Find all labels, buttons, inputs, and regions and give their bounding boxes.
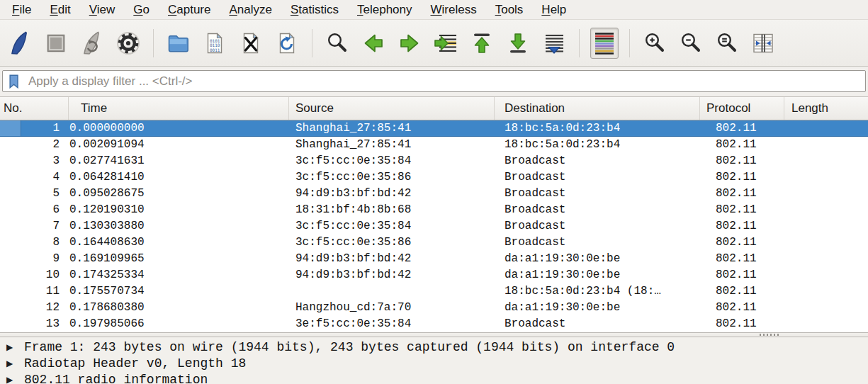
auto-scroll-button[interactable] (540, 28, 568, 59)
packet-row[interactable]: 130.1979850663e:f5:cc:0e:35:84Broadcast8… (0, 316, 868, 332)
menu-item-wireless[interactable]: Wireless (422, 0, 486, 19)
column-header-length[interactable]: Length (784, 97, 868, 120)
cell-source: 94:d9:b3:bf:bd:42 (289, 267, 495, 283)
colorize-button[interactable] (590, 28, 619, 59)
go-forward-button[interactable] (395, 28, 424, 59)
menu-item-analyze[interactable]: Analyze (220, 0, 281, 19)
cell-protocol: 802.11 (700, 153, 784, 169)
cell-protocol: 802.11 (700, 283, 784, 300)
display-filter-input[interactable] (28, 72, 865, 91)
open-file-icon (166, 30, 191, 56)
cell-source (289, 283, 495, 300)
packet-row[interactable]: 30.0277416313c:f5:cc:0e:35:84Broadcast80… (0, 153, 868, 169)
go-forward-icon (397, 30, 422, 56)
cell-time: 0.002091094 (69, 137, 289, 153)
packet-row[interactable]: 60.12019031018:31:bf:4b:8b:68Broadcast80… (0, 202, 868, 218)
divider-grip-icon[interactable] (760, 334, 779, 336)
menu-item-statistics[interactable]: Statistics (281, 0, 348, 19)
save-file-button[interactable]: 010101100011 (201, 28, 229, 59)
start-capture-icon (7, 30, 33, 56)
start-capture-button[interactable] (6, 28, 34, 59)
cell-no: 13 (0, 316, 69, 332)
main-toolbar: 010101100011 (0, 20, 868, 67)
cell-time: 0.197985066 (69, 316, 289, 332)
go-bottom-button[interactable] (504, 28, 532, 59)
menu-item-file[interactable]: File (3, 0, 40, 19)
resize-columns-icon (750, 30, 776, 56)
pane-divider[interactable] (0, 332, 868, 337)
cell-length (784, 186, 868, 202)
display-filter-field[interactable] (2, 70, 866, 92)
restart-capture-icon (79, 30, 105, 56)
toolbar-separator (153, 29, 154, 57)
save-file-icon: 010101100011 (202, 30, 227, 56)
cell-no: 11 (0, 283, 69, 300)
zoom-original-button[interactable] (713, 28, 741, 59)
cell-destination: Broadcast (495, 186, 700, 202)
resize-columns-button[interactable] (749, 28, 777, 59)
packet-row[interactable]: 20.002091094Shanghai_27:85:4118:bc:5a:0d… (0, 137, 868, 153)
cell-destination: da:a1:19:30:0e:be (495, 267, 700, 283)
cell-source: 94:d9:b3:bf:bd:42 (289, 251, 495, 267)
zoom-in-icon (642, 30, 667, 56)
cell-destination: Broadcast (495, 153, 700, 169)
go-top-button[interactable] (468, 28, 496, 59)
packet-row[interactable]: 120.178680380Hangzhou_cd:7a:70da:a1:19:3… (0, 300, 868, 316)
details-line[interactable]: ▶Frame 1: 243 bytes on wire (1944 bits),… (0, 339, 868, 355)
cell-source: 18:31:bf:4b:8b:68 (289, 202, 495, 218)
go-to-packet-button[interactable] (432, 28, 460, 59)
cell-no: 5 (0, 186, 69, 202)
column-header-source[interactable]: Source (289, 97, 495, 120)
packet-row[interactable]: 10.000000000Shanghai_27:85:4118:bc:5a:0d… (0, 120, 868, 137)
expand-arrow-icon[interactable]: ▶ (0, 342, 24, 352)
go-back-button[interactable] (359, 28, 388, 59)
packet-row[interactable]: 70.1303038803c:f5:cc:0e:35:84Broadcast80… (0, 218, 868, 235)
column-header-protocol[interactable]: Protocol (700, 97, 784, 120)
find-packet-button[interactable] (323, 28, 351, 59)
cell-no: 10 (0, 267, 69, 283)
menu-item-edit[interactable]: Edit (40, 0, 79, 19)
column-header-time[interactable]: Time (69, 97, 289, 120)
cell-no: 3 (0, 153, 69, 169)
expand-arrow-icon[interactable]: ▶ (0, 375, 24, 384)
zoom-in-button[interactable] (641, 28, 669, 59)
details-line[interactable]: ▶802.11 radio information (0, 371, 868, 384)
menu-item-view[interactable]: View (80, 0, 125, 19)
menu-item-tools[interactable]: Tools (486, 0, 533, 19)
menu-item-go[interactable]: Go (124, 0, 159, 19)
menu-item-capture[interactable]: Capture (159, 0, 220, 19)
packet-row[interactable]: 80.1644086303c:f5:cc:0e:35:86Broadcast80… (0, 235, 868, 251)
close-file-button[interactable] (237, 28, 265, 59)
cell-no: 6 (0, 202, 69, 218)
cell-protocol: 802.11 (700, 218, 784, 235)
restart-capture-button[interactable] (78, 28, 106, 59)
cell-protocol: 802.11 (700, 235, 784, 251)
open-file-button[interactable] (164, 28, 193, 59)
cell-protocol: 802.11 (700, 316, 784, 332)
zoom-out-button[interactable] (677, 28, 705, 59)
cell-length (784, 251, 868, 267)
details-line[interactable]: ▶Radiotap Header v0, Length 18 (0, 355, 868, 371)
cell-protocol: 802.11 (700, 202, 784, 218)
menu-item-telephony[interactable]: Telephony (348, 0, 422, 19)
cell-time: 0.064281410 (69, 169, 289, 186)
column-header-destination[interactable]: Destination (495, 97, 700, 120)
capture-options-button[interactable] (114, 28, 142, 59)
expand-arrow-icon[interactable]: ▶ (0, 358, 24, 368)
packet-row[interactable]: 90.16910996594:d9:b3:bf:bd:42da:a1:19:30… (0, 251, 868, 267)
packet-row[interactable]: 40.0642814103c:f5:cc:0e:35:86Broadcast80… (0, 169, 868, 186)
packet-row[interactable]: 100.17432533494:d9:b3:bf:bd:42da:a1:19:3… (0, 267, 868, 283)
cell-protocol: 802.11 (700, 186, 784, 202)
stop-capture-button[interactable] (42, 28, 70, 59)
cell-length (784, 169, 868, 186)
cell-source: Shanghai_27:85:41 (289, 120, 495, 136)
cell-destination: 18:bc:5a:0d:23:b4 (495, 120, 700, 136)
close-file-icon (238, 30, 264, 56)
column-header-no[interactable]: No. (0, 97, 69, 120)
menu-item-help[interactable]: Help (532, 0, 575, 19)
reload-file-button[interactable] (273, 28, 301, 59)
filter-bookmark-icon[interactable] (7, 72, 23, 91)
packet-row[interactable]: 50.09502867594:d9:b3:bf:bd:42Broadcast80… (0, 186, 868, 202)
toolbar-separator (579, 29, 580, 57)
packet-row[interactable]: 110.17557073418:bc:5a:0d:23:b4 (18:…802.… (0, 283, 868, 300)
